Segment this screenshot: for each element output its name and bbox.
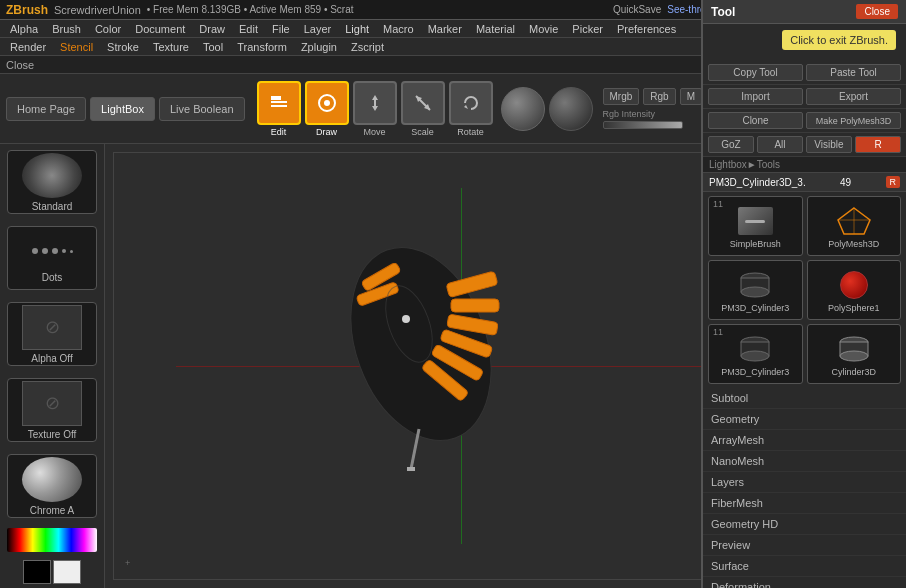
tool-grid: 11 SimpleBrush PolyMesh3D bbox=[703, 192, 906, 388]
main-area: Standard Dots ⊘ Alpha Off ⊘ Texture Off bbox=[0, 144, 906, 588]
svg-rect-1 bbox=[271, 105, 287, 107]
import-button[interactable]: Import bbox=[708, 88, 803, 105]
tool-close-button[interactable]: Close bbox=[856, 4, 898, 19]
subtool-item-geometry[interactable]: Geometry bbox=[703, 409, 906, 430]
menu-light[interactable]: Light bbox=[339, 22, 375, 36]
menu-stroke[interactable]: Stroke bbox=[101, 40, 145, 54]
lightbox-tools-label[interactable]: Lightbox►Tools bbox=[703, 157, 906, 173]
background-color[interactable] bbox=[53, 560, 81, 584]
rgb-intensity-slider[interactable] bbox=[603, 121, 683, 129]
subtool-list: Subtool Geometry ArrayMesh NanoMesh Laye… bbox=[703, 388, 906, 588]
texture-off-thumb[interactable]: ⊘ Texture Off bbox=[7, 378, 97, 442]
scale-tool-label: Scale bbox=[411, 127, 434, 137]
goz-row: GoZ All Visible R bbox=[703, 133, 906, 157]
chrome-thumb[interactable]: Chrome A bbox=[7, 454, 97, 518]
move-tool-label: Move bbox=[364, 127, 386, 137]
pm3d-cylinder3-left-label: PM3D_Cylinder3 bbox=[721, 303, 789, 313]
subtool-item-subtool[interactable]: Subtool bbox=[703, 388, 906, 409]
menu-document[interactable]: Document bbox=[129, 22, 191, 36]
polymesh3d-label: PolyMesh3D bbox=[828, 239, 879, 249]
subtool-item-geometryhd[interactable]: Geometry HD bbox=[703, 514, 906, 535]
cylinder3d-thumb[interactable]: Cylinder3D bbox=[807, 324, 902, 384]
cylinder3d-icon bbox=[834, 332, 874, 367]
active-tool-row: PM3D_Cylinder3D_3. 49 R bbox=[703, 173, 906, 192]
subtool-item-layers[interactable]: Layers bbox=[703, 472, 906, 493]
matcap-sphere[interactable] bbox=[549, 87, 593, 131]
subtool-item-nanomesh[interactable]: NanoMesh bbox=[703, 451, 906, 472]
tab-lightbox[interactable]: LightBox bbox=[90, 97, 155, 121]
r-badge: R bbox=[886, 176, 901, 188]
color-gradient[interactable] bbox=[7, 528, 97, 552]
alpha-off-thumb[interactable]: ⊘ Alpha Off bbox=[7, 302, 97, 366]
menu-marker[interactable]: Marker bbox=[422, 22, 468, 36]
menu-alpha[interactable]: Alpha bbox=[4, 22, 44, 36]
menu-material[interactable]: Material bbox=[470, 22, 521, 36]
menu-tool[interactable]: Tool bbox=[197, 40, 229, 54]
menu-zplugin[interactable]: Zplugin bbox=[295, 40, 343, 54]
menu-movie[interactable]: Movie bbox=[523, 22, 564, 36]
move-tool-btn[interactable] bbox=[353, 81, 397, 125]
draw-tool-label: Draw bbox=[316, 127, 337, 137]
menu-preferences[interactable]: Preferences bbox=[611, 22, 682, 36]
mrgb-button[interactable]: Mrgb bbox=[603, 88, 640, 105]
subtool-item-fibermesh[interactable]: FiberMesh bbox=[703, 493, 906, 514]
close-tooltip: Click to exit ZBrush. bbox=[782, 30, 896, 50]
svg-point-42 bbox=[741, 287, 769, 297]
menu-transform[interactable]: Transform bbox=[231, 40, 293, 54]
rotate-tool-btn[interactable] bbox=[449, 81, 493, 125]
all-button[interactable]: All bbox=[757, 136, 803, 153]
pm3d-cylinder3-b-label: PM3D_Cylinder3 bbox=[721, 367, 789, 377]
menu-color[interactable]: Color bbox=[89, 22, 127, 36]
menu-texture[interactable]: Texture bbox=[147, 40, 195, 54]
dots-brush-thumb[interactable]: Dots bbox=[7, 226, 97, 290]
svg-rect-22 bbox=[407, 467, 415, 471]
draw-tool-btn[interactable] bbox=[305, 81, 349, 125]
visible-button[interactable]: Visible bbox=[806, 136, 852, 153]
subtool-item-deformation[interactable]: Deformation bbox=[703, 577, 906, 588]
svg-marker-5 bbox=[372, 95, 378, 111]
svg-point-10 bbox=[325, 228, 516, 460]
edit-tool-btn[interactable] bbox=[257, 81, 301, 125]
coord-indicator: + bbox=[125, 558, 130, 568]
polymesh3d-thumb[interactable]: PolyMesh3D bbox=[807, 196, 902, 256]
goz-button[interactable]: GoZ bbox=[708, 136, 754, 153]
m-button[interactable]: M bbox=[680, 88, 702, 105]
menu-macro[interactable]: Macro bbox=[377, 22, 420, 36]
make-polymesh-button[interactable]: Make PolyMesh3D bbox=[806, 112, 901, 129]
close-label[interactable]: Close bbox=[6, 59, 34, 71]
menu-render[interactable]: Render bbox=[4, 40, 52, 54]
polysphere1-thumb[interactable]: PolySphere1 bbox=[807, 260, 902, 320]
menu-zscript[interactable]: Zscript bbox=[345, 40, 390, 54]
menu-stencil[interactable]: Stencil bbox=[54, 40, 99, 54]
app-title: ZBrush bbox=[6, 3, 48, 17]
standard-brush-thumb[interactable]: Standard bbox=[7, 150, 97, 214]
menu-edit[interactable]: Edit bbox=[233, 22, 264, 36]
scale-tool-btn[interactable] bbox=[401, 81, 445, 125]
simple-brush-thumb[interactable]: 11 SimpleBrush bbox=[708, 196, 803, 256]
pm3d-cylinder3-b-thumb[interactable]: 11 PM3D_Cylinder3 bbox=[708, 324, 803, 384]
menu-draw[interactable]: Draw bbox=[193, 22, 231, 36]
pm3d-cylinder3-left-thumb[interactable]: PM3D_Cylinder3 bbox=[708, 260, 803, 320]
material-sphere[interactable] bbox=[501, 87, 545, 131]
tool-panel-header: Tool Close bbox=[703, 0, 906, 24]
r-button[interactable]: R bbox=[855, 136, 901, 153]
menu-layer[interactable]: Layer bbox=[298, 22, 338, 36]
color-swatches bbox=[23, 560, 81, 584]
subtool-item-preview[interactable]: Preview bbox=[703, 535, 906, 556]
menu-brush[interactable]: Brush bbox=[46, 22, 87, 36]
paste-tool-button[interactable]: Paste Tool bbox=[806, 64, 901, 81]
foreground-color[interactable] bbox=[23, 560, 51, 584]
export-button[interactable]: Export bbox=[806, 88, 901, 105]
menu-picker[interactable]: Picker bbox=[566, 22, 609, 36]
tab-live-boolean[interactable]: Live Boolean bbox=[159, 97, 245, 121]
tab-home-page[interactable]: Home Page bbox=[6, 97, 86, 121]
subtool-item-surface[interactable]: Surface bbox=[703, 556, 906, 577]
quicksave-btn[interactable]: QuickSave bbox=[613, 4, 661, 15]
clone-button[interactable]: Clone bbox=[708, 112, 803, 129]
rgb-button[interactable]: Rgb bbox=[643, 88, 675, 105]
menu-file[interactable]: File bbox=[266, 22, 296, 36]
subtool-item-arraymesh[interactable]: ArrayMesh bbox=[703, 430, 906, 451]
copy-tool-button[interactable]: Copy Tool bbox=[708, 64, 803, 81]
simple-brush-icon bbox=[735, 204, 775, 239]
svg-marker-9 bbox=[464, 105, 468, 109]
